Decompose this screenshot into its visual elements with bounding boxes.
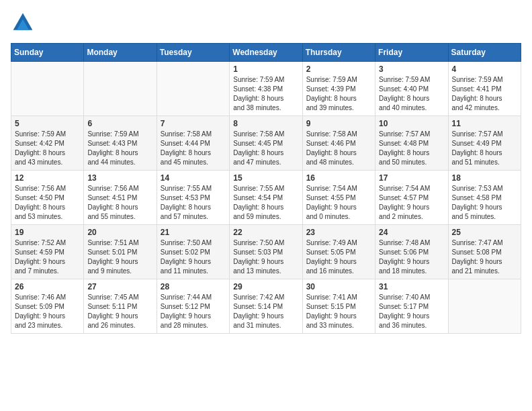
day-info: Sunrise: 7:52 AM Sunset: 4:59 PM Dayligh… xyxy=(15,238,80,276)
page-header xyxy=(11,11,521,35)
calendar-cell: 9Sunrise: 7:58 AM Sunset: 4:46 PM Daylig… xyxy=(302,116,375,171)
day-number: 28 xyxy=(161,282,226,291)
day-info: Sunrise: 7:56 AM Sunset: 4:51 PM Dayligh… xyxy=(87,184,152,222)
day-number: 8 xyxy=(233,119,298,128)
day-number: 18 xyxy=(452,173,517,183)
day-info: Sunrise: 7:53 AM Sunset: 4:58 PM Dayligh… xyxy=(452,184,517,222)
calendar-cell: 29Sunrise: 7:42 AM Sunset: 5:14 PM Dayli… xyxy=(230,279,302,334)
calendar-cell: 31Sunrise: 7:40 AM Sunset: 5:17 PM Dayli… xyxy=(375,279,448,334)
weekday-header: Tuesday xyxy=(157,44,229,62)
calendar-cell: 4Sunrise: 7:59 AM Sunset: 4:41 PM Daylig… xyxy=(448,62,521,116)
day-info: Sunrise: 7:59 AM Sunset: 4:40 PM Dayligh… xyxy=(379,75,444,113)
weekday-header: Wednesday xyxy=(230,44,302,62)
calendar-cell: 20Sunrise: 7:51 AM Sunset: 5:01 PM Dayli… xyxy=(84,225,157,279)
logo-icon xyxy=(11,11,35,35)
day-number: 16 xyxy=(306,173,371,183)
day-info: Sunrise: 7:58 AM Sunset: 4:45 PM Dayligh… xyxy=(233,130,298,167)
day-info: Sunrise: 7:55 AM Sunset: 4:54 PM Dayligh… xyxy=(233,184,298,222)
day-number: 26 xyxy=(15,282,80,291)
day-info: Sunrise: 7:59 AM Sunset: 4:38 PM Dayligh… xyxy=(233,75,298,113)
day-number: 1 xyxy=(233,64,298,74)
calendar-header-row: SundayMondayTuesdayWednesdayThursdayFrid… xyxy=(11,44,521,62)
day-info: Sunrise: 7:44 AM Sunset: 5:12 PM Dayligh… xyxy=(161,293,226,330)
weekday-header: Friday xyxy=(375,44,448,62)
day-number: 25 xyxy=(452,228,517,237)
day-info: Sunrise: 7:46 AM Sunset: 5:09 PM Dayligh… xyxy=(15,293,80,330)
weekday-header: Sunday xyxy=(11,44,84,62)
calendar-cell: 17Sunrise: 7:54 AM Sunset: 4:57 PM Dayli… xyxy=(375,171,448,225)
calendar-cell xyxy=(157,62,229,116)
calendar-week-row: 1Sunrise: 7:59 AM Sunset: 4:38 PM Daylig… xyxy=(11,62,521,116)
day-info: Sunrise: 7:49 AM Sunset: 5:05 PM Dayligh… xyxy=(306,238,371,276)
calendar-cell: 11Sunrise: 7:57 AM Sunset: 4:49 PM Dayli… xyxy=(448,116,521,171)
day-number: 23 xyxy=(306,228,371,237)
calendar-cell: 6Sunrise: 7:59 AM Sunset: 4:43 PM Daylig… xyxy=(84,116,157,171)
day-number: 7 xyxy=(161,119,226,128)
calendar-cell: 24Sunrise: 7:48 AM Sunset: 5:06 PM Dayli… xyxy=(375,225,448,279)
calendar-cell: 23Sunrise: 7:49 AM Sunset: 5:05 PM Dayli… xyxy=(302,225,375,279)
day-info: Sunrise: 7:59 AM Sunset: 4:39 PM Dayligh… xyxy=(306,75,371,113)
day-number: 12 xyxy=(15,173,80,183)
calendar-cell: 21Sunrise: 7:50 AM Sunset: 5:02 PM Dayli… xyxy=(157,225,229,279)
calendar-cell: 19Sunrise: 7:52 AM Sunset: 4:59 PM Dayli… xyxy=(11,225,84,279)
calendar-cell: 8Sunrise: 7:58 AM Sunset: 4:45 PM Daylig… xyxy=(230,116,302,171)
day-number: 30 xyxy=(306,282,371,291)
day-info: Sunrise: 7:48 AM Sunset: 5:06 PM Dayligh… xyxy=(379,238,444,276)
calendar-cell: 5Sunrise: 7:59 AM Sunset: 4:42 PM Daylig… xyxy=(11,116,84,171)
calendar-cell: 25Sunrise: 7:47 AM Sunset: 5:08 PM Dayli… xyxy=(448,225,521,279)
calendar-cell: 18Sunrise: 7:53 AM Sunset: 4:58 PM Dayli… xyxy=(448,171,521,225)
day-info: Sunrise: 7:54 AM Sunset: 4:57 PM Dayligh… xyxy=(379,184,444,222)
weekday-header: Thursday xyxy=(302,44,375,62)
calendar-week-row: 19Sunrise: 7:52 AM Sunset: 4:59 PM Dayli… xyxy=(11,225,521,279)
calendar-cell xyxy=(84,62,157,116)
day-info: Sunrise: 7:57 AM Sunset: 4:49 PM Dayligh… xyxy=(452,130,517,167)
day-info: Sunrise: 7:57 AM Sunset: 4:48 PM Dayligh… xyxy=(379,130,444,167)
calendar-cell xyxy=(448,279,521,334)
day-number: 9 xyxy=(306,119,371,128)
day-number: 20 xyxy=(87,228,152,237)
day-info: Sunrise: 7:51 AM Sunset: 5:01 PM Dayligh… xyxy=(87,238,152,276)
calendar-table: SundayMondayTuesdayWednesdayThursdayFrid… xyxy=(11,43,521,334)
calendar-cell: 27Sunrise: 7:45 AM Sunset: 5:11 PM Dayli… xyxy=(84,279,157,334)
calendar-cell: 14Sunrise: 7:55 AM Sunset: 4:53 PM Dayli… xyxy=(157,171,229,225)
day-number: 21 xyxy=(161,228,226,237)
calendar-cell: 16Sunrise: 7:54 AM Sunset: 4:55 PM Dayli… xyxy=(302,171,375,225)
day-info: Sunrise: 7:40 AM Sunset: 5:17 PM Dayligh… xyxy=(379,293,444,330)
day-number: 10 xyxy=(379,119,444,128)
weekday-header: Saturday xyxy=(448,44,521,62)
day-number: 27 xyxy=(87,282,152,291)
calendar-week-row: 12Sunrise: 7:56 AM Sunset: 4:50 PM Dayli… xyxy=(11,171,521,225)
day-info: Sunrise: 7:58 AM Sunset: 4:46 PM Dayligh… xyxy=(306,130,371,167)
calendar-cell: 1Sunrise: 7:59 AM Sunset: 4:38 PM Daylig… xyxy=(230,62,302,116)
day-info: Sunrise: 7:59 AM Sunset: 4:41 PM Dayligh… xyxy=(452,75,517,113)
calendar-cell: 3Sunrise: 7:59 AM Sunset: 4:40 PM Daylig… xyxy=(375,62,448,116)
day-number: 17 xyxy=(379,173,444,183)
day-number: 2 xyxy=(306,64,371,74)
day-number: 6 xyxy=(87,119,152,128)
day-number: 19 xyxy=(15,228,80,237)
day-info: Sunrise: 7:42 AM Sunset: 5:14 PM Dayligh… xyxy=(233,293,298,330)
day-info: Sunrise: 7:58 AM Sunset: 4:44 PM Dayligh… xyxy=(161,130,226,167)
day-number: 11 xyxy=(452,119,517,128)
day-number: 3 xyxy=(379,64,444,74)
calendar-cell: 15Sunrise: 7:55 AM Sunset: 4:54 PM Dayli… xyxy=(230,171,302,225)
day-number: 14 xyxy=(161,173,226,183)
calendar-cell: 2Sunrise: 7:59 AM Sunset: 4:39 PM Daylig… xyxy=(302,62,375,116)
calendar-cell xyxy=(11,62,84,116)
calendar-cell: 26Sunrise: 7:46 AM Sunset: 5:09 PM Dayli… xyxy=(11,279,84,334)
logo xyxy=(11,11,38,35)
day-number: 31 xyxy=(379,282,444,291)
calendar-cell: 13Sunrise: 7:56 AM Sunset: 4:51 PM Dayli… xyxy=(84,171,157,225)
day-number: 29 xyxy=(233,282,298,291)
day-number: 13 xyxy=(87,173,152,183)
day-info: Sunrise: 7:45 AM Sunset: 5:11 PM Dayligh… xyxy=(87,293,152,330)
day-number: 15 xyxy=(233,173,298,183)
calendar-cell: 12Sunrise: 7:56 AM Sunset: 4:50 PM Dayli… xyxy=(11,171,84,225)
calendar-cell: 28Sunrise: 7:44 AM Sunset: 5:12 PM Dayli… xyxy=(157,279,229,334)
day-info: Sunrise: 7:50 AM Sunset: 5:03 PM Dayligh… xyxy=(233,238,298,276)
day-info: Sunrise: 7:56 AM Sunset: 4:50 PM Dayligh… xyxy=(15,184,80,222)
calendar-cell: 10Sunrise: 7:57 AM Sunset: 4:48 PM Dayli… xyxy=(375,116,448,171)
day-info: Sunrise: 7:50 AM Sunset: 5:02 PM Dayligh… xyxy=(161,238,226,276)
day-info: Sunrise: 7:41 AM Sunset: 5:15 PM Dayligh… xyxy=(306,293,371,330)
calendar-week-row: 26Sunrise: 7:46 AM Sunset: 5:09 PM Dayli… xyxy=(11,279,521,334)
